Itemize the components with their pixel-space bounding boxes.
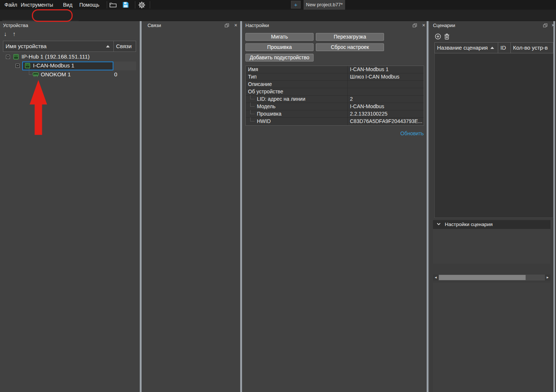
chevron-down-icon — [437, 223, 441, 226]
float-panel-icon[interactable] — [224, 23, 230, 28]
column-header-label: Имя устройства — [6, 43, 47, 49]
close-panel-icon[interactable]: × — [234, 23, 237, 28]
scroll-left-button[interactable]: ◀ — [433, 275, 438, 280]
property-value: C83D76A5DFA9F20443793E... — [348, 118, 424, 125]
device-label[interactable]: ONOKOM 1 — [41, 71, 71, 77]
property-value[interactable] — [348, 81, 424, 88]
close-panel-icon[interactable]: × — [422, 23, 425, 28]
property-row-description[interactable]: Описание — [246, 81, 424, 88]
property-row-about[interactable]: Об устройстве — [246, 88, 424, 96]
scenarios-table-header: Название сценария ID Кол-во устр-в — [434, 42, 553, 53]
property-label: Модель — [246, 103, 348, 110]
column-header-label: Связи — [116, 43, 132, 49]
menu-view[interactable]: Вид — [62, 0, 74, 10]
devices-panel-title: Устройства — [3, 23, 28, 28]
menu-bar: Файл Инструменты Вид Помощь — [0, 0, 556, 10]
tree-row-ican-modbus[interactable]: I-CAN-Modbus 1 — [0, 62, 139, 70]
scrollbar-thumb[interactable] — [439, 275, 526, 280]
menu-file[interactable]: Файл — [3, 0, 19, 10]
project-tab[interactable]: New project.b77* — [304, 0, 345, 10]
scenarios-panel: Сценарии × Название сценария ID — [430, 21, 553, 392]
menu-help[interactable]: Помощь — [78, 0, 101, 10]
tree-row-ip-hub[interactable]: IP-Hub 1 (192.168.151.111) — [0, 53, 139, 62]
add-scenario-icon[interactable] — [435, 33, 441, 40]
property-value — [348, 88, 424, 95]
gateway-device-icon — [25, 63, 30, 69]
tree-connector — [29, 68, 32, 75]
settings-panel: Настройки × Мигать Перезагрузка Прошивка… — [242, 21, 427, 392]
tree-connector — [250, 110, 255, 114]
section-scenario-settings[interactable]: Настройки сценария — [433, 220, 550, 229]
property-row-name[interactable]: Имя I-CAN-Modbus 1 — [246, 66, 424, 73]
links-count: 0 — [114, 71, 117, 77]
toolbar-separator — [135, 1, 135, 9]
column-header-label: ID — [500, 44, 506, 51]
property-label: Описание — [246, 81, 348, 88]
hub-device-icon — [13, 54, 19, 60]
float-panel-icon[interactable] — [542, 23, 548, 28]
collapse-icon[interactable] — [16, 64, 20, 68]
column-header-device-name[interactable]: Имя устройства — [3, 41, 113, 52]
property-label: Тип — [246, 73, 348, 80]
blink-button[interactable]: Мигать — [245, 33, 314, 41]
toolbar-separator — [107, 1, 107, 9]
property-label: LID: адрес на линии — [246, 96, 348, 103]
selected-row-links-cell — [114, 62, 136, 70]
reboot-button[interactable]: Перезагрузка — [316, 33, 384, 41]
settings-panel-title: Настройки — [245, 23, 269, 28]
property-row-hwid[interactable]: HWID C83D76A5DFA9F20443793E... — [246, 118, 424, 125]
move-down-icon[interactable]: ↓ — [4, 31, 7, 37]
column-header-id[interactable]: ID — [498, 43, 510, 53]
devices-table-header: Имя устройства Связи — [3, 41, 136, 52]
update-link[interactable]: Обновить — [400, 130, 424, 136]
firmware-button[interactable]: Прошивка — [245, 43, 314, 51]
property-label: HWID — [246, 118, 348, 125]
column-header-scenario-name[interactable]: Название сценария — [435, 43, 498, 53]
property-row-firmware[interactable]: Прошивка 2.2.1323100225 — [246, 110, 424, 118]
scenarios-list[interactable] — [434, 53, 553, 218]
property-row-type[interactable]: Тип Шлюз I-CAN Modbus — [246, 73, 424, 81]
menu-tools[interactable]: Инструменты — [19, 0, 54, 10]
splitter-handle[interactable] — [553, 21, 555, 392]
links-panel-title: Связи — [148, 23, 161, 28]
collapse-icon[interactable] — [6, 55, 10, 59]
ac-unit-device-icon — [33, 72, 39, 77]
property-value[interactable]: Шлюз I-CAN Modbus — [348, 73, 424, 80]
float-panel-icon[interactable] — [412, 23, 418, 28]
add-subdevice-button[interactable]: Добавить подустройство — [245, 54, 314, 62]
property-value[interactable]: 2 — [348, 96, 424, 103]
view-tabstrip: Устройства Связи и логика — [0, 10, 556, 21]
save-icon[interactable] — [122, 1, 130, 8]
property-label: Об устройстве — [246, 88, 348, 95]
scroll-right-button[interactable]: ▶ — [545, 275, 550, 280]
column-header-links[interactable]: Связи — [113, 41, 136, 52]
move-up-icon[interactable]: ↑ — [13, 31, 16, 37]
tree-connector — [250, 117, 255, 122]
devices-panel: Устройства ↓ ↑ Имя устройства Связи IP-H… — [0, 21, 140, 392]
sort-asc-icon — [106, 45, 110, 47]
annotation-red-arrow — [30, 80, 47, 135]
device-label[interactable]: IP-Hub 1 (192.168.151.111) — [21, 53, 90, 60]
property-value[interactable]: I-CAN-Modbus 1 — [348, 66, 424, 73]
delete-scenario-icon[interactable] — [444, 33, 450, 40]
horizontal-scrollbar[interactable]: ◀ ▶ — [433, 275, 550, 280]
property-row-model[interactable]: Модель I-CAN-Modbus — [246, 103, 424, 110]
add-project-tab-button[interactable]: + — [291, 1, 301, 9]
tree-row-onokom[interactable]: ONOKOM 1 0 — [0, 70, 139, 79]
tree-connector — [250, 103, 255, 107]
property-value: 2.2.1323100225 — [348, 110, 424, 117]
scenario-settings-content — [433, 229, 550, 264]
device-label[interactable]: I-CAN-Modbus 1 — [33, 62, 75, 69]
column-header-device-count[interactable]: Кол-во устр-в — [510, 43, 553, 53]
settings-gear-icon[interactable] — [138, 1, 146, 8]
reset-settings-button[interactable]: Сброс настроек — [316, 43, 384, 51]
property-row-lid[interactable]: LID: адрес на линии 2 — [246, 96, 424, 103]
scenarios-panel-title: Сценарии — [433, 23, 455, 28]
properties-table: Имя I-CAN-Modbus 1 Тип Шлюз I-CAN Modbus… — [245, 66, 424, 126]
open-folder-icon[interactable] — [109, 1, 117, 8]
property-label: Прошивка — [246, 110, 348, 117]
devices-in-scenario-content — [433, 283, 550, 392]
column-header-label: Название сценария — [437, 44, 488, 51]
splitter-handle[interactable] — [427, 21, 428, 392]
property-value: I-CAN-Modbus — [348, 103, 424, 110]
